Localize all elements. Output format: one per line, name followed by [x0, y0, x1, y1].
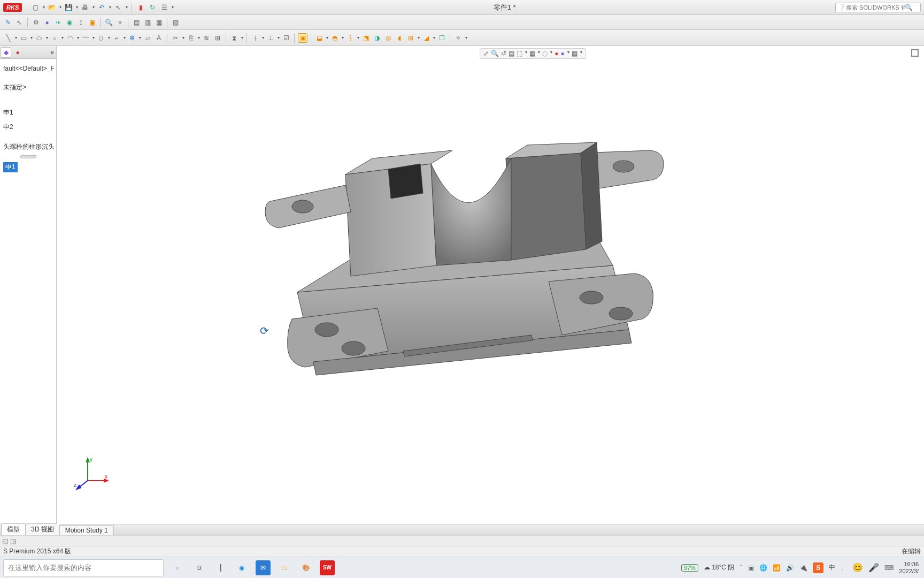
tree-item[interactable]: 申2 [2, 120, 54, 134]
apply-scene-icon[interactable]: ● [560, 50, 564, 57]
sweep-icon[interactable]: ⟆ [345, 33, 355, 43]
ellipse-icon[interactable]: ⬯ [96, 33, 106, 43]
sketch-fillet-icon[interactable]: ⌐ [112, 33, 121, 43]
feature-tree-tab-icon[interactable]: ◆ [1, 47, 11, 58]
cursor-icon[interactable]: ↖ [14, 18, 24, 27]
ime-indicator[interactable]: 中 [829, 563, 835, 572]
collapse-icon[interactable]: » [50, 49, 54, 56]
slot-icon[interactable]: ⬭ [34, 33, 44, 43]
taskbar-clock[interactable]: 16:36 2022/3/ [899, 561, 919, 574]
configuration-tab-icon[interactable]: ● [12, 47, 23, 58]
tree-item[interactable]: 头螺栓的柱形沉头 [2, 140, 54, 154]
section-view-icon[interactable]: ▤ [509, 50, 514, 57]
cut-extrude-icon[interactable]: ⬔ [361, 33, 371, 43]
measure-ruler-icon[interactable]: ⟟ [76, 18, 86, 27]
arc-icon[interactable]: ◠ [65, 33, 75, 43]
rectangle-icon[interactable]: ▭ [19, 33, 28, 43]
sheet1-icon[interactable]: ▤ [132, 18, 141, 27]
edit-sketch-icon[interactable]: ✎ [3, 18, 13, 27]
display-style-icon[interactable]: ▦ [529, 50, 535, 57]
tab-model[interactable]: 模型 [1, 523, 26, 535]
zoom-icon[interactable]: 🔍 [104, 18, 113, 27]
view-settings-icon[interactable]: ▦ [572, 50, 578, 57]
sheet4-icon[interactable]: ▧ [171, 18, 180, 27]
solidworks-task-icon[interactable]: SW [320, 560, 335, 575]
plane-icon[interactable]: ▱ [143, 33, 152, 43]
tree-root[interactable]: fault<<Default>_F [2, 62, 54, 75]
mass-box-icon[interactable]: ▣ [87, 18, 97, 27]
search-icon[interactable]: 🔍 [905, 4, 913, 11]
new-file-icon[interactable]: ▢ [30, 3, 40, 12]
weather-widget[interactable]: ☁ 18°C 阴 [704, 563, 735, 572]
chevron-up-icon[interactable]: ˄ [740, 564, 743, 572]
paint-icon[interactable]: 🎨 [298, 560, 313, 575]
binoculars-icon[interactable]: ⌖ [115, 18, 125, 27]
previous-view-icon[interactable]: ↺ [501, 50, 506, 57]
zoom-area-icon[interactable]: 🔍 [491, 50, 499, 57]
mirror-sketch-icon[interactable]: ⧗ [229, 33, 239, 43]
battery-icon[interactable]: 97% [681, 564, 698, 572]
volume-icon[interactable]: 🔊 [786, 564, 794, 572]
tab-motion-study[interactable]: Motion Study 1 [59, 525, 114, 535]
text-icon[interactable]: A [154, 33, 164, 43]
relation-icon[interactable]: ⊥ [266, 33, 275, 43]
shell-icon[interactable]: ❐ [437, 33, 446, 43]
undo-icon[interactable]: ↶ [97, 3, 106, 12]
taskbar-search[interactable]: 在这里输入你要搜索的内容 [3, 559, 164, 576]
fillet-icon[interactable]: ◖ [395, 33, 404, 43]
repair-icon[interactable]: ☑ [281, 33, 291, 43]
keyboard-icon[interactable]: ⌨ [884, 564, 894, 572]
tree-item[interactable] [2, 95, 54, 100]
point-icon[interactable]: ✻ [127, 33, 137, 43]
rib-icon[interactable]: ◢ [421, 33, 431, 43]
offset-icon[interactable]: ≋ [202, 33, 211, 43]
tree-item[interactable] [2, 75, 54, 80]
graphics-viewport[interactable]: ⤢ 🔍 ↺ ▤ ⬚▾ ▦▾ ◌▾ ● ●▾ ▦▾ [57, 46, 924, 524]
dimension-icon[interactable]: ⟊ [250, 33, 260, 43]
edit-appearance-icon[interactable]: ● [555, 50, 558, 57]
orientation-triad[interactable]: y x z [73, 455, 110, 492]
mail-icon[interactable]: ✉ [256, 560, 271, 575]
network-icon[interactable]: 🌐 [759, 564, 767, 572]
line-icon[interactable]: ╲ [3, 33, 13, 43]
trim-icon[interactable]: ✂ [171, 33, 180, 43]
tree-item[interactable]: 未指定> [2, 80, 54, 95]
ime-punct-icon[interactable]: 、 [841, 563, 847, 572]
tree-item[interactable]: 申1 [2, 105, 54, 120]
rebuild-icon[interactable]: ↻ [148, 3, 157, 12]
revolve-boss-icon[interactable]: ◓ [330, 33, 340, 43]
save-icon[interactable]: 💾 [64, 3, 73, 12]
explorer-icon[interactable]: 🗀 [277, 560, 292, 575]
maximize-viewport-icon[interactable] [911, 49, 919, 57]
spline-icon[interactable]: 〰 [81, 33, 90, 43]
instant3d-icon[interactable]: ▣ [298, 33, 307, 43]
circle-icon[interactable]: ○ [50, 33, 59, 43]
emoji-face-icon[interactable]: 😊 [852, 562, 863, 573]
open-file-icon[interactable]: 📂 [47, 3, 57, 12]
extrude-boss-icon[interactable]: ⬓ [314, 33, 324, 43]
wifi-icon[interactable]: 📶 [773, 564, 781, 572]
sphere-icon[interactable]: ◉ [65, 18, 74, 27]
help-search[interactable]: ❔ 🔍 [835, 3, 921, 12]
edge-icon[interactable]: ◉ [234, 560, 249, 575]
power-icon[interactable]: 🔌 [799, 564, 807, 572]
view-orientation-icon[interactable]: ⬚ [517, 50, 522, 57]
bottom-icon-1[interactable]: ◱ [2, 537, 8, 545]
bottom-icon-2[interactable]: ◲ [10, 537, 16, 545]
convert-icon[interactable]: ⎘ [186, 33, 196, 43]
tree-item[interactable] [2, 134, 54, 140]
cut-revolve-icon[interactable]: ◑ [372, 33, 382, 43]
tree-item[interactable] [2, 100, 54, 105]
sustainability-leaf-icon[interactable]: ❧ [53, 18, 63, 27]
cortana-icon[interactable]: ○ [170, 560, 185, 575]
hole-wizard-icon[interactable]: ◎ [383, 33, 393, 43]
options-icon[interactable]: ☰ [159, 3, 169, 12]
hide-show-icon[interactable]: ◌ [542, 50, 548, 57]
linear-pattern-icon[interactable]: ⊞ [406, 33, 415, 43]
grid-icon[interactable]: ⊞ [213, 33, 222, 43]
reference-geom-icon[interactable]: ✧ [453, 33, 463, 43]
gear-icon[interactable]: ⚙ [31, 18, 41, 27]
appearance-sphere-icon[interactable]: ● [42, 18, 52, 27]
tab-3dview[interactable]: 3D 视图 [25, 523, 60, 535]
zoom-fit-icon[interactable]: ⤢ [483, 50, 489, 57]
